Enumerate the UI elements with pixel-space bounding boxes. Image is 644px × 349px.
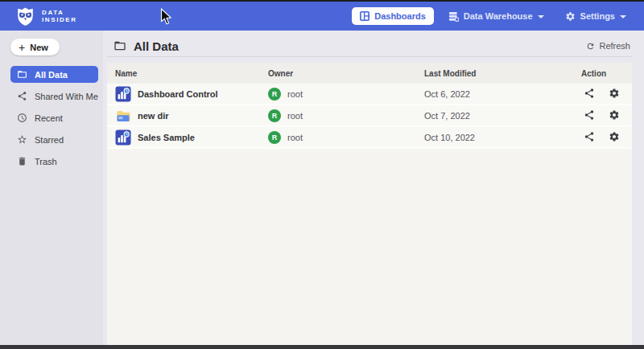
database-icon	[448, 11, 459, 22]
logo-line2: INSIDER	[42, 16, 77, 23]
dashboard-file-icon	[115, 86, 131, 102]
column-header-owner: Owner	[268, 69, 424, 78]
refresh-button[interactable]: Refresh	[586, 41, 630, 51]
owner-name: root	[287, 111, 303, 121]
sidebar-item-trash[interactable]: Trash	[10, 153, 98, 170]
sidebar: + New All Data Shared With Me	[0, 31, 103, 345]
data-warehouse-menu[interactable]: Data Warehouse	[442, 7, 551, 25]
column-header-action: Action	[581, 69, 632, 78]
page-title: All Data	[134, 39, 179, 53]
gear-icon	[609, 88, 620, 99]
sidebar-nav: All Data Shared With Me Recent	[10, 66, 98, 174]
folder-icon	[115, 108, 131, 124]
last-modified: Oct 6, 2022	[424, 89, 581, 99]
new-button-label: New	[30, 43, 48, 52]
share-icon	[584, 109, 595, 121]
owner-avatar: R	[268, 131, 281, 144]
share-button[interactable]	[584, 131, 596, 143]
sidebar-item-starred[interactable]: Starred	[10, 131, 98, 148]
app-window: DATA INSIDER Dashboards	[0, 0, 644, 349]
share-icon	[584, 131, 595, 142]
dashboard-grid-icon	[360, 11, 369, 21]
star-icon	[17, 134, 27, 145]
last-modified: Oct 10, 2022	[424, 133, 581, 142]
logo-text: DATA INSIDER	[42, 9, 77, 23]
share-button[interactable]	[584, 109, 596, 121]
owner-name: root	[287, 89, 303, 99]
trash-icon	[17, 156, 27, 166]
top-navigation: Dashboards Data Warehouse Settings	[352, 7, 633, 25]
sidebar-item-label: Trash	[35, 157, 57, 166]
chevron-down-icon	[620, 15, 626, 18]
last-modified: Oct 7, 2022	[424, 111, 581, 121]
column-header-last-modified: Last Modified	[424, 69, 581, 78]
row-settings-button[interactable]	[609, 88, 621, 100]
owner-name: root	[287, 133, 303, 142]
table-header-row: Name Owner Last Modified Action	[107, 63, 632, 84]
share-icon	[584, 88, 595, 99]
row-settings-button[interactable]	[609, 109, 621, 121]
main-content: All Data Refresh Name Owner Last Modifie…	[103, 31, 644, 345]
clock-icon	[17, 113, 27, 123]
settings-menu[interactable]: Settings	[559, 7, 633, 25]
gear-icon	[609, 131, 620, 142]
sidebar-item-recent[interactable]: Recent	[10, 109, 98, 126]
plus-icon: +	[19, 43, 25, 51]
sidebar-item-label: Recent	[35, 113, 63, 123]
refresh-label: Refresh	[599, 41, 630, 51]
folder-icon	[17, 69, 27, 80]
owl-icon	[14, 6, 36, 27]
refresh-icon	[586, 42, 595, 51]
dashboards-label: Dashboards	[374, 11, 426, 21]
page-header: All Data Refresh	[107, 31, 632, 57]
gear-icon	[609, 109, 620, 121]
share-icon	[17, 91, 27, 101]
bottom-taskbar-strip	[0, 345, 644, 349]
sidebar-item-label: Shared With Me	[35, 92, 98, 101]
logo-line1: DATA	[42, 9, 77, 16]
dashboards-button[interactable]: Dashboards	[352, 7, 434, 25]
share-button[interactable]	[584, 88, 596, 100]
sidebar-item-label: All Data	[35, 70, 68, 80]
new-button[interactable]: + New	[10, 39, 60, 55]
chevron-down-icon	[538, 15, 544, 18]
app-logo[interactable]: DATA INSIDER	[14, 6, 77, 27]
table-row[interactable]: new dir R root Oct 7, 2022	[107, 105, 632, 127]
data-warehouse-label: Data Warehouse	[464, 11, 533, 21]
settings-label: Settings	[580, 11, 615, 21]
table-row[interactable]: Sales Sample R root Oct 10, 2022	[107, 127, 632, 149]
folder-icon	[114, 39, 126, 52]
table-row[interactable]: Dashboard Control R root Oct 6, 2022	[107, 84, 632, 105]
owner-avatar: R	[268, 109, 281, 122]
sidebar-item-shared-with-me[interactable]: Shared With Me	[10, 88, 98, 105]
file-name[interactable]: Sales Sample	[138, 133, 195, 142]
column-header-name: Name	[115, 69, 268, 78]
table-body: Dashboard Control R root Oct 6, 2022	[107, 84, 632, 149]
data-table: Name Owner Last Modified Action	[107, 63, 632, 345]
sidebar-item-all-data[interactable]: All Data	[10, 66, 98, 83]
sidebar-item-label: Starred	[35, 135, 64, 145]
topbar: DATA INSIDER Dashboards	[0, 2, 644, 31]
owner-avatar: R	[268, 88, 281, 101]
dashboard-file-icon	[115, 129, 131, 146]
gear-icon	[565, 11, 576, 22]
row-settings-button[interactable]	[609, 131, 621, 143]
file-name[interactable]: new dir	[138, 111, 169, 121]
file-name[interactable]: Dashboard Control	[138, 89, 218, 99]
